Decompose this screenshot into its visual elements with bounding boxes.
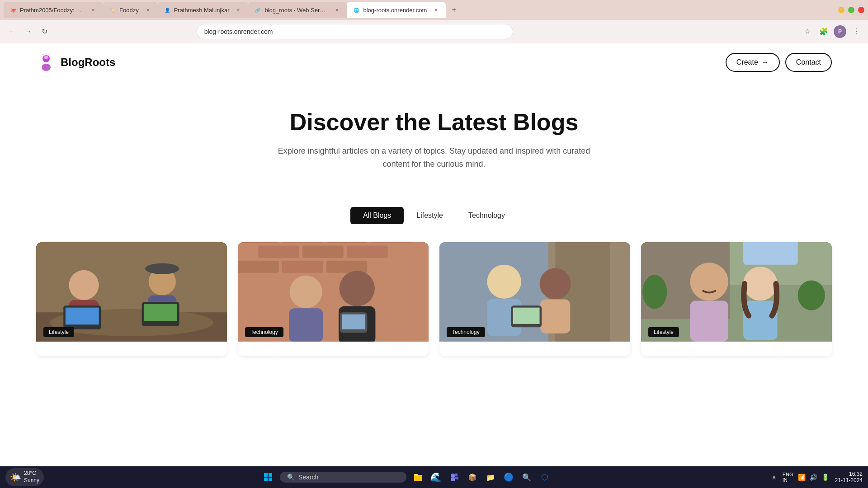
site-nav: BlogRoots Create → Contact xyxy=(0,43,868,81)
profile-avatar[interactable]: P xyxy=(834,25,846,38)
tab-5-favicon: 🌐 xyxy=(353,7,359,13)
menu-icon[interactable]: ⋮ xyxy=(850,25,863,38)
taskbar-teams[interactable] xyxy=(446,469,462,485)
svg-point-43 xyxy=(540,268,571,299)
blog-card-4[interactable]: Lifestyle xyxy=(641,242,832,356)
forward-button[interactable]: → xyxy=(22,25,34,38)
title-bar: 🐙 Prathm2005/Foodzy: This is foo... ✕ 🏷️… xyxy=(0,0,868,20)
svg-rect-60 xyxy=(269,478,272,481)
svg-rect-59 xyxy=(264,478,268,481)
weather-widget: 🌤️ 28°C Sunny xyxy=(5,468,44,486)
card-3-badge: Technology xyxy=(447,327,485,337)
svg-rect-31 xyxy=(326,260,367,272)
new-tab-button[interactable]: + xyxy=(448,4,460,16)
taskbar-search2[interactable]: 🔍 xyxy=(519,469,535,485)
reload-button[interactable]: ↻ xyxy=(38,25,51,38)
blog-card-2[interactable]: Technology xyxy=(238,242,429,356)
svg-rect-44 xyxy=(540,299,570,333)
tab-2-close[interactable]: ✕ xyxy=(144,6,151,14)
svg-rect-50 xyxy=(743,242,798,265)
minimize-button[interactable]: – xyxy=(838,7,844,13)
card-1-badge: Lifestyle xyxy=(43,327,74,337)
tab-5[interactable]: 🌐 blog-roots.onrender.com ✕ xyxy=(347,2,446,18)
maximize-button[interactable]: □ xyxy=(848,7,854,13)
svg-rect-23 xyxy=(282,242,323,243)
address-input[interactable] xyxy=(197,24,513,39)
card-3-illustration xyxy=(439,242,630,342)
tab-4-close[interactable]: ✕ xyxy=(333,6,340,14)
extensions-icon[interactable]: 🧩 xyxy=(817,25,830,38)
taskbar-vscode[interactable]: ⬡ xyxy=(537,469,553,485)
address-right: ☆ 🧩 P ⋮ xyxy=(801,25,863,38)
svg-rect-30 xyxy=(282,260,323,272)
bookmark-icon[interactable]: ☆ xyxy=(801,25,814,38)
logo-area: BlogRoots xyxy=(36,52,115,72)
tab-2-favicon: 🏷️ xyxy=(109,7,116,13)
wifi-icon[interactable]: 📶 xyxy=(797,472,807,482)
taskbar-files[interactable]: 📁 xyxy=(482,469,499,485)
svg-rect-54 xyxy=(690,300,728,341)
tray-up-arrow[interactable]: ∧ xyxy=(769,472,779,482)
taskbar-chrome[interactable]: 🔵 xyxy=(500,469,517,485)
battery-icon[interactable]: 🔋 xyxy=(821,472,830,482)
tab-1-title: Prathm2005/Foodzy: This is foo... xyxy=(20,7,84,14)
tab-5-close[interactable]: ✕ xyxy=(432,6,439,14)
filter-lifestyle[interactable]: Lifestyle xyxy=(404,207,456,224)
svg-rect-28 xyxy=(347,245,387,258)
svg-rect-65 xyxy=(451,478,455,481)
svg-rect-19 xyxy=(144,304,177,321)
card-4-image: Lifestyle xyxy=(641,242,832,342)
tab-2[interactable]: 🏷️ Foodzy ✕ xyxy=(103,2,158,18)
taskbar-edge[interactable]: 🌊 xyxy=(428,469,444,485)
tab-4[interactable]: 🔗 blog_roots · Web Service · Re... ✕ xyxy=(248,2,347,18)
speaker-icon[interactable]: 🔊 xyxy=(809,472,819,482)
weather-icon: 🌤️ xyxy=(10,472,21,483)
tab-4-title: blog_roots · Web Service · Re... xyxy=(264,7,328,14)
svg-point-52 xyxy=(798,280,825,310)
search-bar[interactable]: 🔍 Search xyxy=(280,472,406,483)
svg-rect-56 xyxy=(743,300,777,340)
taskbar-center: 🔍 Search 🌊 xyxy=(46,469,767,485)
card-3-image: Technology xyxy=(439,242,630,342)
tab-2-title: Foodzy xyxy=(119,7,139,14)
weather-condition: Sunny xyxy=(24,477,39,484)
taskbar-apps: 🌊 📦 📁 🔵 🔍 ⬡ xyxy=(410,469,553,485)
contact-button[interactable]: Contact xyxy=(785,53,832,72)
tray-icons: ∧ ENGIN 📶 🔊 🔋 xyxy=(769,472,830,482)
create-label: Create xyxy=(736,58,758,66)
svg-rect-66 xyxy=(455,477,458,479)
card-1-content xyxy=(36,342,227,356)
clock[interactable]: 16:32 21-11-2024 xyxy=(835,471,863,483)
svg-rect-61 xyxy=(414,475,422,481)
tab-3-favicon: 👤 xyxy=(164,7,170,13)
svg-rect-62 xyxy=(414,474,418,476)
card-2-illustration xyxy=(238,242,429,342)
tab-3[interactable]: 👤 Prathmesh Malunjkar ✕ xyxy=(158,2,249,18)
svg-rect-29 xyxy=(238,260,278,272)
svg-point-11 xyxy=(69,270,99,300)
blog-card-1[interactable]: Lifestyle xyxy=(36,242,227,356)
tab-1-close[interactable]: ✕ xyxy=(90,6,97,14)
tab-1[interactable]: 🐙 Prathm2005/Foodzy: This is foo... ✕ xyxy=(4,2,103,18)
tab-3-close[interactable]: ✕ xyxy=(235,6,242,14)
svg-line-3 xyxy=(48,54,49,55)
create-button[interactable]: Create → xyxy=(726,53,780,72)
back-button[interactable]: ← xyxy=(5,25,18,38)
close-button[interactable]: ✕ xyxy=(858,7,864,13)
svg-point-51 xyxy=(642,275,667,309)
svg-point-32 xyxy=(290,275,322,308)
start-button[interactable] xyxy=(260,469,276,485)
taskbar-file-explorer[interactable] xyxy=(410,469,426,485)
tab-5-title: blog-roots.onrender.com xyxy=(363,7,427,14)
taskbar-dropbox[interactable]: 📦 xyxy=(464,469,481,485)
svg-point-1 xyxy=(42,64,51,71)
blog-card-3[interactable]: Technology xyxy=(439,242,630,356)
card-3-content xyxy=(439,342,630,356)
filter-technology[interactable]: Technology xyxy=(456,207,518,224)
filter-all-blogs[interactable]: All Blogs xyxy=(350,207,404,224)
card-2-badge: Technology xyxy=(245,327,283,337)
clock-time: 16:32 xyxy=(835,471,863,477)
windows-icon xyxy=(264,473,273,482)
arrow-right-icon: → xyxy=(762,58,769,66)
weather-text: 28°C Sunny xyxy=(24,470,39,484)
